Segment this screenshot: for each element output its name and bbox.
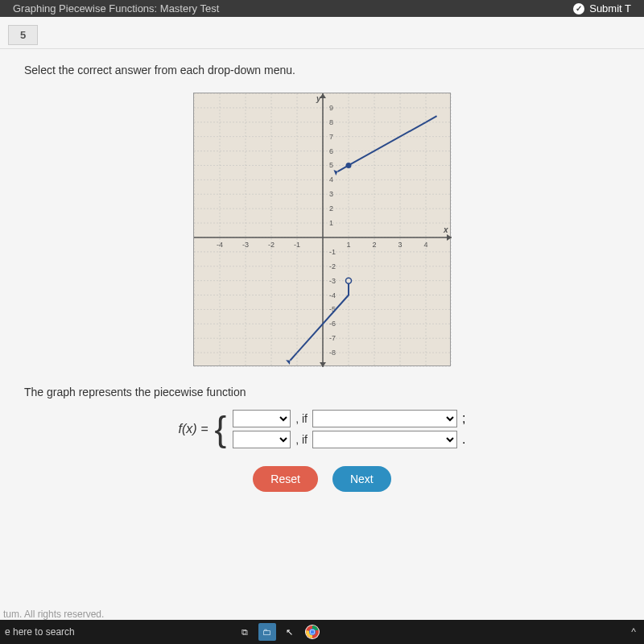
svg-text:y: y [316,94,321,103]
task-view-icon[interactable]: ⧉ [236,623,254,641]
domain-dropdown-1[interactable] [312,410,457,427]
submit-label: Submit T [589,2,631,14]
svg-text:-3: -3 [242,241,249,249]
svg-text:x: x [443,225,448,234]
brace-icon: { [214,411,226,447]
svg-marker-35 [320,362,326,367]
svg-text:-2: -2 [268,241,275,249]
page-title: Graphing Piecewise Functions: Mastery Te… [13,2,219,14]
prompt-text: The graph represents the piecewise funct… [0,374,644,405]
chevron-up-icon[interactable]: ^ [631,626,636,638]
pieces-column: , if ; , if . [233,410,465,448]
check-icon: ✓ [573,3,584,14]
end-punct-1: ; [462,411,465,426]
header-bar: Graphing Piecewise Functions: Mastery Te… [0,0,644,17]
taskbar-icons: ⧉ 🗀 ↖ [236,623,321,641]
svg-text:2: 2 [329,204,333,213]
svg-text:7: 7 [329,133,333,141]
svg-text:-1: -1 [329,248,336,256]
svg-text:4: 4 [329,175,333,184]
search-hint-text[interactable]: e here to search [0,626,75,638]
svg-text:3: 3 [329,190,333,198]
svg-text:-4: -4 [329,291,336,299]
svg-point-68 [346,163,352,168]
svg-text:9: 9 [329,104,333,112]
svg-text:-7: -7 [329,334,336,342]
file-explorer-icon[interactable]: 🗀 [258,623,276,641]
reset-button[interactable]: Reset [253,466,318,492]
svg-point-74 [310,630,314,634]
if-label-1: , if [295,412,308,425]
svg-text:1: 1 [329,219,333,227]
expression-dropdown-2[interactable] [233,431,291,448]
svg-marker-67 [332,169,338,175]
svg-text:-2: -2 [329,262,336,270]
chrome-icon[interactable] [303,623,321,641]
svg-marker-33 [447,234,452,241]
graph-svg: -4-3-2-11234987654321-1-2-3-4-5-6-7-8yx [194,93,452,367]
copyright-text: tum. All rights reserved. [3,609,104,620]
end-punct-2: . [462,432,465,447]
svg-text:1: 1 [346,241,350,249]
piece-row-2: , if . [233,431,465,448]
expression-dropdown-1[interactable] [233,410,291,427]
fx-label: f(x) = [179,422,208,436]
footer-area: tum. All rights reserved. [0,609,104,620]
svg-text:-4: -4 [217,241,223,249]
svg-text:3: 3 [398,241,402,249]
svg-text:5: 5 [329,161,333,169]
svg-text:6: 6 [329,147,333,155]
submit-test-button[interactable]: ✓ Submit T [573,2,631,14]
svg-line-69 [426,116,437,122]
instruction-text: Select the correct answer from each drop… [0,56,644,85]
domain-dropdown-2[interactable] [312,431,457,448]
svg-text:-3: -3 [329,277,336,285]
graph-container: -4-3-2-11234987654321-1-2-3-4-5-6-7-8yx [0,93,644,366]
next-button[interactable]: Next [332,466,391,492]
svg-text:8: 8 [329,118,333,126]
svg-point-65 [346,278,352,283]
piecewise-graph: -4-3-2-11234987654321-1-2-3-4-5-6-7-8yx [193,93,451,366]
svg-text:4: 4 [423,241,427,249]
svg-text:-6: -6 [329,320,336,328]
cursor-icon: ↖ [281,623,299,641]
svg-line-63 [290,353,297,361]
equation-area: f(x) = { , if ; , if . [0,410,644,448]
svg-text:2: 2 [372,241,376,249]
if-label-2: , if [295,433,308,446]
taskbar: e here to search ⧉ 🗀 ↖ ^ [0,620,644,644]
piece-row-1: , if ; [233,410,465,427]
question-number-tab[interactable]: 5 [8,25,38,45]
divider-line [0,48,644,49]
svg-text:-8: -8 [329,349,336,357]
svg-text:-1: -1 [294,241,300,249]
button-row: Reset Next [0,466,644,492]
